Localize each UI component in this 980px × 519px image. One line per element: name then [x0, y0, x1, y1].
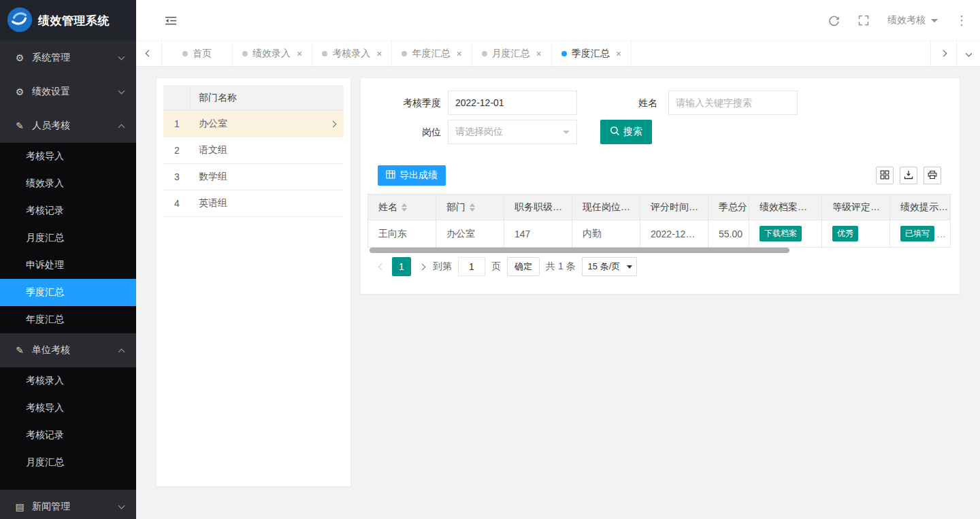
sidebar-subitem-unit-assessment-import[interactable]: 考核导入 — [0, 395, 136, 422]
refresh-icon[interactable] — [828, 14, 840, 27]
department-row[interactable]: 4 英语组 — [163, 190, 344, 217]
chevron-right-icon — [941, 50, 947, 57]
table-toolbar — [876, 167, 941, 184]
edit-icon: ✎ — [14, 120, 26, 131]
column-header-name[interactable]: 姓名 — [368, 195, 436, 220]
chevron-left-icon — [378, 263, 385, 270]
sidebar-subitem-performance-entry[interactable]: 绩效录入 — [0, 170, 136, 197]
sidebar-item-label: 新闻管理 — [32, 501, 70, 513]
table-row[interactable]: 王向东 办公室 147 内勤 2022-12… 55.00 下载档案 优秀 已填… — [368, 220, 950, 247]
export-scores-label: 导出成绩 — [399, 169, 438, 182]
tab-annual-summary[interactable]: 年度汇总 × — [392, 41, 472, 66]
app-logo-icon — [7, 7, 33, 35]
chevron-down-icon — [627, 265, 632, 269]
column-header-department[interactable]: 部门 — [436, 195, 504, 220]
tabs-scroll-right-button[interactable] — [930, 41, 956, 66]
close-icon[interactable]: × — [536, 48, 542, 59]
cell-department: 办公室 — [436, 220, 504, 247]
sidebar-subitem-monthly-summary[interactable]: 月度汇总 — [0, 224, 136, 252]
department-name-header: 部门名称 — [191, 92, 344, 104]
grade-badge-button[interactable]: 优秀 — [832, 226, 858, 241]
current-page-button[interactable]: 1 — [392, 257, 411, 276]
sidebar-item-news-management[interactable]: ▤ 新闻管理 — [0, 490, 136, 519]
column-header-duty-rank: 职务职级… — [504, 195, 572, 220]
tab-dot — [242, 51, 248, 56]
department-row[interactable]: 2 语文组 — [163, 137, 344, 164]
goto-page-input[interactable] — [458, 257, 485, 276]
app-root: 绩效管理系统 ⚙ 系统管理 ⚙ 绩效设置 ✎ 人员考核 考核导入 绩效录入 考 — [0, 0, 980, 519]
sidebar-subitem-quarterly-summary[interactable]: 季度汇总 — [0, 279, 136, 306]
cell-name: 王向东 — [368, 220, 436, 247]
export-scores-button[interactable]: 导出成绩 — [378, 165, 446, 186]
department-row-index: 1 — [163, 118, 191, 129]
hint-badge-button[interactable]: 已填写 — [900, 226, 934, 241]
tab-quarterly-summary[interactable]: 季度汇总 × — [552, 41, 632, 66]
next-page-button[interactable] — [417, 265, 427, 269]
page-unit-label: 页 — [491, 261, 501, 273]
sidebar-item-personnel-assessment[interactable]: ✎ 人员考核 — [0, 109, 136, 143]
cell-duty-rank: 147 — [504, 220, 572, 247]
cell-grade: 优秀 — [822, 220, 890, 247]
quarter-date-input[interactable] — [448, 90, 577, 115]
sort-icon[interactable] — [402, 203, 407, 212]
tab-performance-entry[interactable]: 绩效录入 × — [233, 41, 312, 66]
pagination: 1 到第 页 确定 共 1 条 15 条/页 — [376, 257, 637, 276]
personnel-submenu: 考核导入 绩效录入 考核记录 月度汇总 申诉处理 季度汇总 年度汇总 — [0, 143, 136, 333]
user-role-dropdown[interactable]: 绩效考核 — [887, 14, 938, 27]
tab-label: 绩效录入 — [252, 48, 291, 60]
column-header-hint: 绩效提示… — [890, 195, 950, 220]
chevron-left-icon — [146, 50, 152, 57]
department-row[interactable]: 3 数学组 — [163, 164, 344, 190]
sidebar-subitem-unit-assessment-entry[interactable]: 考核录入 — [0, 367, 136, 395]
sidebar-subitem-annual-summary[interactable]: 年度汇总 — [0, 306, 136, 333]
sidebar-subitem-unit-assessment-records[interactable]: 考核记录 — [0, 422, 136, 449]
tabs-menu-button[interactable] — [956, 41, 980, 66]
search-button[interactable]: 搜索 — [600, 120, 652, 144]
sidebar-subitem-assessment-records[interactable]: 考核记录 — [0, 197, 136, 224]
tab-dot — [561, 51, 567, 56]
total-count-label: 共 1 条 — [546, 261, 576, 273]
cell-hint: 已填写 … — [890, 220, 950, 247]
tabs-scroll-left-button[interactable] — [136, 41, 162, 66]
export-icon — [904, 170, 913, 182]
confirm-page-button[interactable]: 确定 — [507, 257, 540, 276]
column-header-archive: 绩效档案… — [749, 195, 822, 220]
sidebar-subitem-assessment-import[interactable]: 考核导入 — [0, 143, 136, 170]
sidebar-subitem-appeal-handling[interactable]: 申诉处理 — [0, 252, 136, 279]
horizontal-scrollbar[interactable] — [370, 248, 789, 253]
sidebar-item-system-management[interactable]: ⚙ 系统管理 — [0, 41, 136, 75]
sidebar-subitem-unit-monthly-summary[interactable]: 月度汇总 — [0, 449, 136, 476]
close-icon[interactable]: × — [456, 48, 461, 59]
close-icon[interactable]: × — [376, 48, 382, 59]
tab-monthly-summary[interactable]: 月度汇总 × — [472, 41, 552, 66]
tab-label: 月度汇总 — [492, 48, 530, 60]
tab-home[interactable]: 首页 — [162, 41, 233, 66]
department-row[interactable]: 1 办公室 — [163, 111, 344, 137]
sidebar-item-unit-assessment[interactable]: ✎ 单位考核 — [0, 333, 136, 367]
print-button[interactable] — [924, 167, 941, 184]
sort-icon[interactable] — [470, 203, 475, 212]
columns-icon — [880, 170, 889, 182]
tab-assessment-entry[interactable]: 考核录入 × — [312, 41, 392, 66]
prev-page-button[interactable] — [376, 265, 386, 269]
fullscreen-icon[interactable] — [858, 14, 870, 27]
export-table-button[interactable] — [900, 167, 917, 184]
name-search-input[interactable] — [668, 90, 798, 115]
name-label: 姓名 — [592, 90, 657, 115]
results-panel: 考核季度 姓名 岗位 请选择岗位 搜索 — [361, 78, 960, 294]
department-row-index: 4 — [163, 198, 191, 209]
close-icon[interactable]: × — [616, 48, 621, 59]
sidebar-item-performance-settings[interactable]: ⚙ 绩效设置 — [0, 75, 136, 109]
topbar-actions: 绩效考核 ⋮ — [828, 0, 968, 41]
collapse-sidebar-icon[interactable] — [165, 16, 178, 26]
page-size-select[interactable]: 15 条/页 — [582, 257, 638, 276]
sidebar: 绩效管理系统 ⚙ 系统管理 ⚙ 绩效设置 ✎ 人员考核 考核导入 绩效录入 考 — [0, 0, 136, 519]
download-archive-button[interactable]: 下载档案 — [760, 226, 802, 241]
position-select[interactable]: 请选择岗位 — [448, 120, 577, 144]
chevron-down-icon — [118, 88, 125, 95]
close-icon[interactable]: × — [297, 48, 302, 59]
more-menu-icon[interactable]: ⋮ — [956, 14, 968, 27]
filter-columns-button[interactable] — [876, 167, 894, 184]
results-table-header-row: 姓名 部门 职务职级… 现任岗位… 评分时间… — [368, 195, 950, 220]
department-row-index: 2 — [163, 145, 191, 156]
